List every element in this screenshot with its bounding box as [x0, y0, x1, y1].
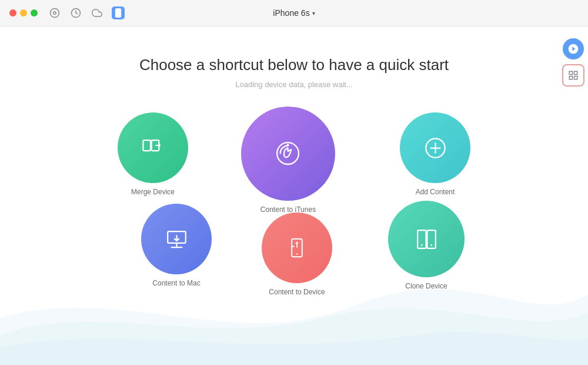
shortcut-merge-device[interactable]: Merge Device — [118, 112, 188, 196]
mac-label: Content to Mac — [152, 279, 200, 287]
close-button[interactable] — [9, 9, 16, 16]
svg-rect-20 — [569, 71, 572, 74]
traffic-lights — [9, 9, 38, 16]
device-circle — [262, 213, 332, 283]
toolbar-icons — [48, 6, 125, 19]
shortcut-content-to-device[interactable]: Content to Device — [262, 213, 332, 296]
dropdown-arrow-icon: ▾ — [312, 10, 315, 16]
shortcuts-area: Merge Device Content to iTunes — [88, 107, 500, 307]
clone-icon — [412, 224, 441, 254]
connect-button[interactable] — [563, 38, 584, 59]
shortcut-content-to-mac[interactable]: Content to Mac — [141, 204, 212, 287]
svg-point-1 — [54, 12, 56, 15]
device-name: iPhone 6s — [273, 8, 309, 18]
titlebar: iPhone 6s ▾ — [0, 0, 588, 26]
svg-point-0 — [51, 9, 59, 18]
mac-icon — [162, 224, 191, 254]
clone-circle — [388, 201, 465, 277]
itunes-circle — [241, 107, 335, 201]
merge-device-label: Merge Device — [131, 188, 175, 196]
add-content-circle — [400, 112, 470, 183]
clone-label: Clone Device — [405, 282, 447, 290]
maximize-button[interactable] — [31, 9, 38, 16]
grid-button[interactable] — [562, 64, 584, 87]
header-section: Choose a shortcut below to have a quick … — [139, 56, 449, 89]
cloud-icon[interactable] — [91, 6, 103, 19]
shortcut-add-content[interactable]: Add Content — [400, 112, 470, 196]
music-icon[interactable] — [48, 6, 61, 19]
svg-rect-21 — [574, 71, 577, 74]
shortcut-content-to-itunes[interactable]: Content to iTunes — [241, 107, 335, 214]
right-sidebar — [559, 26, 588, 365]
titlebar-left — [9, 6, 125, 19]
shortcut-clone-device[interactable]: Clone Device — [388, 201, 465, 290]
svg-rect-23 — [574, 77, 577, 79]
merge-device-icon — [138, 133, 168, 162]
main-content: Choose a shortcut below to have a quick … — [0, 26, 588, 365]
mac-circle — [141, 204, 212, 274]
svg-rect-5 — [143, 140, 151, 151]
device-icon — [282, 233, 312, 263]
itunes-icon — [269, 135, 308, 173]
merge-device-circle — [118, 112, 188, 183]
add-content-label: Add Content — [416, 188, 455, 196]
phone-icon[interactable] — [112, 6, 125, 19]
main-title: Choose a shortcut below to have a quick … — [139, 56, 449, 74]
loading-subtitle: Loading device data, please wait... — [139, 80, 449, 89]
svg-rect-22 — [569, 77, 572, 79]
device-label: Content to Device — [269, 288, 325, 296]
svg-rect-3 — [115, 9, 121, 18]
add-content-icon — [420, 133, 450, 162]
titlebar-center: iPhone 6s ▾ — [273, 8, 315, 18]
clock-icon[interactable] — [69, 6, 82, 19]
minimize-button[interactable] — [20, 9, 27, 16]
device-dropdown[interactable]: iPhone 6s ▾ — [273, 8, 315, 18]
